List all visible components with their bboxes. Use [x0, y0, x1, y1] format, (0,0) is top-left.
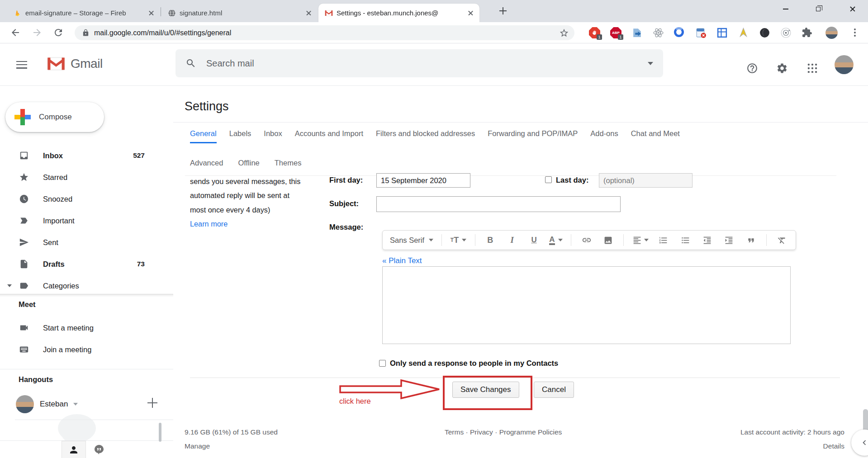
- tab-offline[interactable]: Offline: [238, 159, 259, 167]
- tab-chat-and-meet[interactable]: Chat and Meet: [631, 129, 680, 143]
- last-day-input[interactable]: [599, 173, 693, 188]
- main-menu-icon[interactable]: [16, 59, 28, 71]
- expand-chevron-icon[interactable]: [7, 284, 12, 287]
- sidebar-item-inbox[interactable]: Inbox 527: [0, 145, 167, 166]
- forward-button[interactable]: [32, 27, 43, 38]
- indent-decrease-button[interactable]: [701, 233, 714, 247]
- italic-button[interactable]: I: [505, 233, 519, 247]
- browser-menu-button[interactable]: [849, 27, 860, 38]
- plain-text-toggle-link[interactable]: « Plain Text: [382, 256, 422, 265]
- search-icon[interactable]: [185, 58, 196, 69]
- extension-share-icon[interactable]: [631, 27, 643, 38]
- message-label: Message:: [329, 223, 363, 231]
- quote-button[interactable]: [744, 233, 758, 247]
- hangouts-tab-button[interactable]: [89, 441, 109, 458]
- contacts-tab-button[interactable]: [62, 441, 86, 458]
- last-day-checkbox[interactable]: [545, 176, 552, 183]
- tab-labels[interactable]: Labels: [229, 129, 251, 143]
- browser-profile-avatar[interactable]: [825, 27, 838, 39]
- extension-ring-icon[interactable]: [674, 27, 685, 38]
- cancel-button[interactable]: Cancel: [534, 382, 574, 398]
- subject-input[interactable]: [376, 196, 621, 212]
- tab-accounts-and-import[interactable]: Accounts and Import: [295, 129, 363, 143]
- font-family-selector[interactable]: Sans Serif: [390, 233, 433, 247]
- hangouts-user-chevron-icon[interactable]: [73, 403, 78, 406]
- bold-button[interactable]: B: [484, 233, 497, 247]
- search-bar[interactable]: [175, 49, 663, 77]
- window-minimize-button[interactable]: [775, 0, 796, 18]
- manage-storage-link[interactable]: Manage: [185, 442, 210, 450]
- remove-formatting-button[interactable]: [775, 233, 788, 247]
- search-input[interactable]: [206, 58, 648, 69]
- help-icon[interactable]: [746, 62, 758, 74]
- numbered-list-button[interactable]: [657, 233, 670, 247]
- extension-adblock-icon[interactable]: 1: [589, 27, 600, 38]
- extension-grid-icon[interactable]: [716, 27, 728, 38]
- tab-close-icon[interactable]: [147, 9, 156, 17]
- extension-badge: 1: [597, 34, 602, 40]
- privacy-link[interactable]: Privacy: [470, 428, 493, 436]
- sidebar-item-snoozed[interactable]: Snoozed: [0, 188, 167, 210]
- new-conversation-button[interactable]: [147, 398, 157, 408]
- extension-pointer-icon[interactable]: [738, 27, 749, 38]
- sidebar-scrollbar-thumb[interactable]: [159, 423, 161, 442]
- tab-addons[interactable]: Add-ons: [590, 129, 618, 143]
- tab-close-icon[interactable]: [305, 9, 313, 17]
- sidebar-item-start-meeting[interactable]: Start a meeting: [0, 317, 167, 339]
- tab-close-icon[interactable]: [467, 9, 475, 17]
- sidebar-item-label: Drafts: [43, 260, 65, 269]
- sidebar-item-drafts[interactable]: Drafts 73: [0, 253, 167, 275]
- sidebar-item-categories[interactable]: Categories: [0, 275, 167, 297]
- bookmark-star-icon[interactable]: [559, 28, 569, 38]
- indent-increase-button[interactable]: [722, 233, 736, 247]
- browser-tab-gmail-settings[interactable]: Settings - esteban.munch.jones@: [318, 4, 479, 22]
- browser-tab-strip: email-signature – Storage – Fireb signat…: [0, 0, 868, 22]
- sidebar-item-sent[interactable]: Sent: [0, 231, 167, 253]
- bulleted-list-button[interactable]: [678, 233, 692, 247]
- save-changes-button[interactable]: Save Changes: [452, 382, 519, 398]
- reload-button[interactable]: [53, 27, 64, 38]
- address-bar[interactable]: mail.google.com/mail/u/0/#settings/gener…: [75, 25, 574, 40]
- contacts-only-checkbox[interactable]: [379, 360, 386, 367]
- search-options-chevron-icon[interactable]: [648, 62, 653, 65]
- policies-link[interactable]: Programme Policies: [499, 428, 562, 436]
- extensions-puzzle-icon[interactable]: [802, 27, 813, 38]
- insert-link-button[interactable]: [580, 233, 593, 247]
- extension-blocker-icon[interactable]: [695, 27, 707, 38]
- extension-react-devtools-icon[interactable]: [653, 27, 664, 38]
- back-button[interactable]: [10, 27, 21, 38]
- tab-filters[interactable]: Filters and blocked addresses: [376, 129, 475, 143]
- align-button[interactable]: [632, 233, 649, 247]
- tab-general[interactable]: General: [190, 129, 217, 143]
- first-day-input[interactable]: [376, 173, 470, 188]
- font-size-button[interactable]: TT: [451, 233, 466, 247]
- sidebar-item-join-meeting[interactable]: Join a meeting: [0, 339, 167, 360]
- learn-more-link[interactable]: Learn more: [190, 217, 326, 231]
- message-body-input[interactable]: [382, 266, 791, 344]
- sidebar-item-important[interactable]: Important: [0, 210, 167, 231]
- tab-inbox[interactable]: Inbox: [264, 129, 282, 143]
- tab-forwarding[interactable]: Forwarding and POP/IMAP: [488, 129, 578, 143]
- browser-tab-signature[interactable]: signature.html: [161, 4, 318, 22]
- account-avatar[interactable]: [835, 55, 854, 74]
- tab-themes[interactable]: Themes: [275, 159, 302, 167]
- sidebar-item-starred[interactable]: Starred: [0, 166, 167, 188]
- window-restore-button[interactable]: [808, 0, 829, 18]
- settings-gear-icon[interactable]: [776, 62, 788, 74]
- activity-details-link[interactable]: Details: [823, 442, 844, 450]
- new-tab-button[interactable]: [499, 7, 507, 15]
- gmail-logo[interactable]: Gmail: [46, 56, 103, 71]
- extension-target-icon[interactable]: [780, 27, 792, 38]
- text-color-button[interactable]: A: [549, 233, 563, 247]
- underline-button[interactable]: U: [527, 233, 541, 247]
- extension-adblock-plus-icon[interactable]: ABP 1: [610, 27, 621, 38]
- google-apps-grid-icon[interactable]: [806, 62, 818, 74]
- window-close-button[interactable]: [842, 0, 863, 18]
- tab-advanced[interactable]: Advanced: [190, 159, 223, 167]
- browser-tab-firebase[interactable]: email-signature – Storage – Fireb: [7, 4, 160, 22]
- hangouts-user-avatar[interactable]: [16, 395, 34, 413]
- terms-link[interactable]: Terms: [445, 428, 464, 436]
- insert-image-button[interactable]: [602, 233, 615, 247]
- extension-dark-mode-icon[interactable]: [759, 27, 770, 38]
- compose-button[interactable]: Compose: [5, 102, 104, 132]
